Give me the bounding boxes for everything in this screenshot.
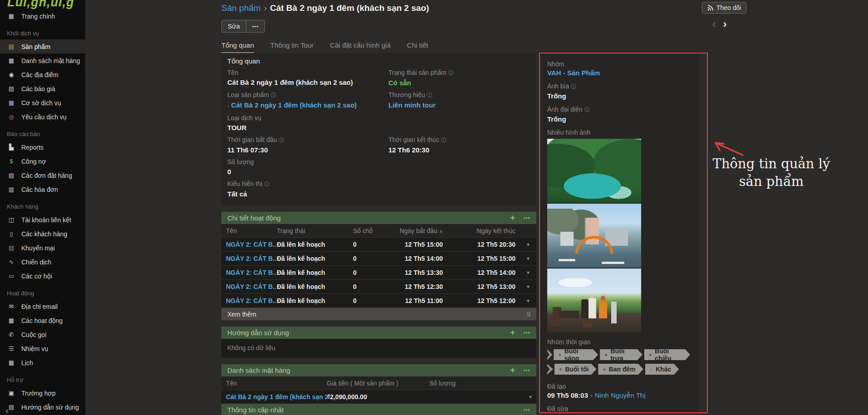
tab[interactable]: Tổng quan: [221, 41, 254, 53]
tab[interactable]: Chi tiết: [407, 41, 428, 53]
field-product-type: Loại sản phẩmⓘ ▪Cát Bà 2 ngày 1 đêm (khá…: [227, 91, 388, 110]
activity-row[interactable]: NGÀY 2: CÁT B... Đã lên kế hoạch 0 12 Th…: [221, 265, 536, 279]
activity-name-link[interactable]: NGÀY 2: CÁT B...: [226, 297, 277, 304]
sidebar-collapse-icon[interactable]: ‹: [5, 405, 9, 415]
sidebar-entry[interactable]: ▦ Lịch: [0, 356, 85, 370]
sidebar-entry[interactable]: ▣ Trường hợp: [0, 386, 85, 400]
product-type-link[interactable]: Cát Bà 2 ngày 1 đêm (khách sạn 2 sao): [231, 101, 357, 109]
info-icon[interactable]: ⓘ: [441, 137, 446, 143]
overview-panel-title: Tổng quan: [227, 57, 530, 65]
row-dropdown-icon[interactable]: ▾: [515, 283, 530, 290]
sort-column[interactable]: Ngày bắt đầu∧: [392, 227, 443, 234]
info-icon[interactable]: ⓘ: [271, 92, 276, 98]
row-dropdown-icon[interactable]: ▾: [515, 269, 530, 276]
sidebar-entry[interactable]: ▤ Sản phẩm: [0, 39, 85, 54]
follow-button[interactable]: Theo dõi: [702, 2, 746, 14]
sidebar-entry[interactable]: ▤ Hướng dẫn sử dụng: [0, 400, 85, 414]
row-dropdown-icon[interactable]: ▾: [515, 255, 530, 262]
record-tabs: Tổng quan Thông tin Tour Cài đặt cấu hìn…: [221, 41, 536, 53]
sidebar-entry[interactable]: ◫ Tài khoản liên kết: [0, 213, 85, 227]
sidebar-entry[interactable]: $ Công nợ: [0, 154, 85, 168]
info-icon[interactable]: ⓘ: [264, 181, 270, 187]
time-tag-chip: ● Buổi chiều: [644, 349, 690, 360]
activity-row[interactable]: NGÀY 2: CÁT B... Đã lên kế hoạch 0 12 Th…: [221, 237, 536, 251]
sidebar-item-label: Các đơn đặt hàng: [21, 172, 72, 179]
add-guide-icon[interactable]: +: [510, 328, 515, 337]
harbor-photo[interactable]: [547, 204, 641, 268]
order-doc-icon: ▤: [7, 172, 16, 179]
sidebar-entry[interactable]: ∿ Chiến dịch: [0, 255, 85, 269]
sidebar-item-label: Tài khoản liên kết: [21, 216, 71, 224]
item-name-link[interactable]: Cát Bà 2 ngày 1 đêm (khách sạn 2 sao): [226, 393, 327, 400]
sidebar-entry[interactable]: ▤ Các đơn đặt hàng: [0, 168, 85, 182]
row-dropdown-icon[interactable]: ▾: [515, 241, 530, 248]
activity-row[interactable]: NGÀY 2: CÁT B... Đã lên kế hoạch 0 12 Th…: [221, 251, 536, 265]
more-actions-button[interactable]: •••: [246, 20, 265, 32]
tag-dot-icon: ○: [650, 366, 653, 372]
activity-table-header: Tên Trạng thái Số chỗ Ngày bắt đầu∧ Ngày…: [221, 224, 536, 237]
guide-menu-icon[interactable]: ⋯: [523, 329, 530, 337]
sidebar-entry[interactable]: ▦ Trang chính: [0, 9, 85, 23]
service-request-icon: ◎: [7, 113, 16, 120]
activity-row[interactable]: NGÀY 2: CÁT B... Đã lên kế hoạch 0 12 Th…: [221, 279, 536, 293]
viewpoint-photo[interactable]: [547, 269, 641, 332]
next-record-icon[interactable]: ›: [723, 18, 727, 30]
info-icon[interactable]: ⓘ: [584, 107, 590, 113]
activity-name-link[interactable]: NGÀY 2: CÁT B...: [226, 241, 277, 248]
edit-button[interactable]: Sửa: [222, 20, 246, 32]
row-dropdown-icon[interactable]: ▾: [515, 298, 530, 304]
sidebar-entry[interactable]: ▦ Các hoạt động: [0, 313, 85, 327]
info-icon[interactable]: ⓘ: [427, 92, 432, 98]
case-icon: ▣: [7, 390, 16, 396]
tab[interactable]: Cài đặt cấu hình giá: [330, 41, 390, 53]
activity-name-link[interactable]: NGÀY 2: CÁT B...: [226, 269, 277, 276]
activity-show-more[interactable]: Xem thêm 9: [221, 308, 536, 320]
sidebar-entry[interactable]: ▦ Cơ sở dịch vụ: [0, 96, 85, 110]
info-icon[interactable]: ⓘ: [448, 70, 454, 76]
guide-section-title: Hướng dẫn sử dụng: [227, 329, 289, 337]
follow-button-label: Theo dõi: [716, 4, 741, 11]
time-tag-chip: ○ Khác: [645, 364, 679, 375]
created-by-link[interactable]: Ninh Nguyễn Thị: [595, 391, 645, 399]
sidebar-entry[interactable]: ▙ Reports: [0, 140, 85, 154]
brand-link[interactable]: Liên minh tour: [388, 101, 436, 109]
activity-start: 12 Th5 14:00: [392, 255, 443, 262]
gallery-label: Nhiều hình ảnh: [547, 129, 692, 136]
activity-remaining-count: 9: [527, 311, 530, 318]
sidebar-entry: Hoạt động: [0, 283, 85, 299]
sidebar-entry[interactable]: ✉ Địa chỉ email: [0, 299, 85, 313]
group-value-link[interactable]: VAH - Sản Phẩm: [547, 69, 692, 77]
item-row[interactable]: Cát Bà 2 ngày 1 đêm (khách sạn 2 sao) ₫2…: [221, 390, 536, 404]
row-dropdown-icon[interactable]: ▾: [521, 394, 532, 400]
activity-name-link[interactable]: NGÀY 2: CÁT B...: [226, 255, 277, 262]
sidebar-entry[interactable]: ▥ Các hóa đơn: [0, 182, 85, 196]
add-item-icon[interactable]: +: [510, 366, 515, 375]
add-activity-icon[interactable]: +: [510, 213, 515, 223]
sidebar-item-label: Trang chính: [21, 13, 55, 20]
activity-end: 12 Th5 12:00: [443, 297, 515, 304]
field-product-status: Trạng thái sản phẩmⓘ Có sẵn: [388, 69, 530, 87]
customer-card-icon: ▯: [7, 230, 16, 237]
activity-row[interactable]: NGÀY 2: CÁT B... Đã lên kế hoạch 0 12 Th…: [221, 293, 536, 308]
promotion-icon: ▤: [7, 244, 16, 251]
activity-name-link[interactable]: NGÀY 2: CÁT B...: [226, 283, 277, 290]
info-icon[interactable]: ⓘ: [571, 83, 576, 90]
lagoon-photo[interactable]: [547, 139, 641, 203]
sidebar-entry[interactable]: ▤ Khuyến mại: [0, 241, 85, 255]
sidebar-entry[interactable]: ▦ Danh sách mặt hàng: [0, 54, 85, 68]
items-menu-icon[interactable]: ⋯: [523, 366, 530, 375]
sidebar-entry[interactable]: ◎ Yêu cầu dịch vụ: [0, 110, 85, 124]
breadcrumb-module-link[interactable]: Sản phẩm: [221, 3, 261, 13]
tab[interactable]: Thông tin Tour: [270, 41, 314, 53]
sidebar-entry[interactable]: ◉ Các địa điểm: [0, 68, 85, 82]
previous-record-icon[interactable]: ‹: [712, 18, 716, 30]
field-name: Tên Cát Bà 2 ngày 1 đêm (khách sạn 2 sao…: [227, 69, 388, 87]
activity-menu-icon[interactable]: ⋯: [523, 214, 530, 222]
sidebar-entry[interactable]: ▭ Các cơ hội: [0, 269, 85, 283]
sidebar-entry[interactable]: ☰ Nhiệm vụ: [0, 342, 85, 356]
info-icon[interactable]: ⓘ: [279, 137, 284, 143]
sidebar-entry[interactable]: ✆ Cuộc gọi: [0, 327, 85, 342]
update-menu-icon[interactable]: ⋯: [523, 406, 530, 414]
sidebar-entry[interactable]: ▤ Các báo giá: [0, 82, 85, 96]
sidebar-entry[interactable]: ▯ Các khách hàng: [0, 227, 85, 241]
